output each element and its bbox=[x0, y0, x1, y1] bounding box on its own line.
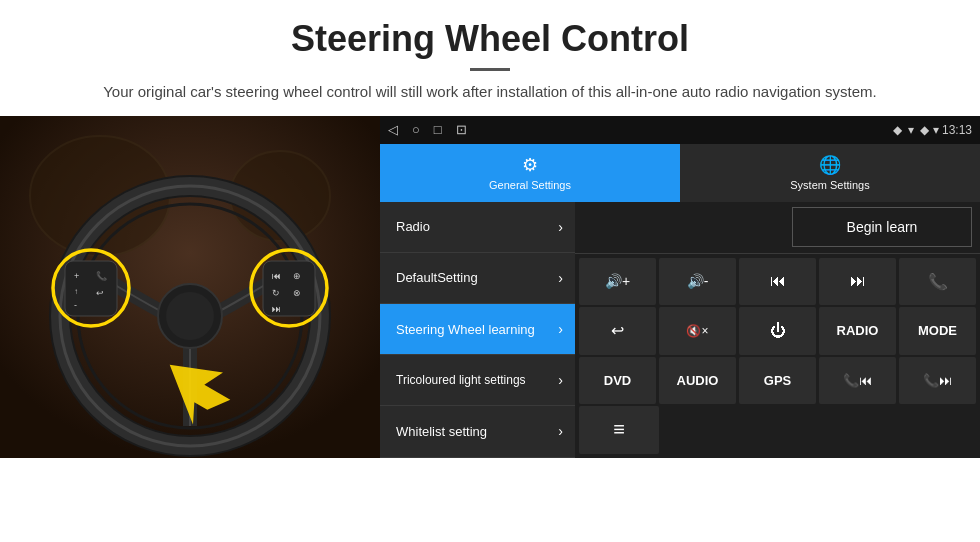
general-settings-icon: ⚙ bbox=[522, 154, 538, 176]
radio-text: RADIO bbox=[837, 323, 879, 338]
next-track-icon: ⏭ bbox=[850, 272, 866, 290]
header-section: Steering Wheel Control Your original car… bbox=[0, 0, 980, 116]
svg-text:-: - bbox=[74, 300, 77, 310]
back-nav-icon[interactable]: ◁ bbox=[388, 122, 398, 137]
menu-whitelist-label: Whitelist setting bbox=[396, 424, 487, 439]
screenshot-nav-icon[interactable]: ⊡ bbox=[456, 122, 467, 137]
menu-steering-arrow: › bbox=[558, 321, 563, 337]
menu-tricoloured-label: Tricoloured light settings bbox=[396, 373, 526, 387]
controls-row-3: DVD AUDIO GPS 📞⏮ 📞⏭ bbox=[579, 357, 976, 405]
mute-icon: 🔇× bbox=[686, 324, 708, 338]
radio-button[interactable]: RADIO bbox=[819, 307, 896, 355]
volume-down-icon: 🔊- bbox=[687, 273, 709, 289]
menu-item-default[interactable]: DefaultSetting › bbox=[380, 253, 575, 304]
android-panel: ◁ ○ □ ⊡ ◆ ▾ ◆ ▾ 13:13 ⚙ General Settings… bbox=[380, 116, 980, 458]
menu-default-label: DefaultSetting bbox=[396, 270, 478, 285]
tab-system-label: System Settings bbox=[790, 179, 869, 191]
audio-text: AUDIO bbox=[677, 373, 719, 388]
call-next-button[interactable]: 📞⏭ bbox=[899, 357, 976, 405]
menu-radio-arrow: › bbox=[558, 219, 563, 235]
begin-learn-button[interactable]: Begin learn bbox=[792, 207, 972, 247]
tab-bar: ⚙ General Settings 🌐 System Settings bbox=[380, 144, 980, 202]
power-button[interactable]: ⏻ bbox=[739, 307, 816, 355]
gps-text: GPS bbox=[764, 373, 791, 388]
svg-text:⏮: ⏮ bbox=[272, 271, 281, 281]
svg-text:↻: ↻ bbox=[272, 288, 280, 298]
mode-text: MODE bbox=[918, 323, 957, 338]
menu-default-arrow: › bbox=[558, 270, 563, 286]
system-settings-icon: 🌐 bbox=[819, 154, 841, 176]
gps-button[interactable]: GPS bbox=[739, 357, 816, 405]
call-prev-button[interactable]: 📞⏮ bbox=[819, 357, 896, 405]
menu-item-tricoloured[interactable]: Tricoloured light settings › bbox=[380, 355, 575, 406]
svg-rect-15 bbox=[263, 261, 315, 316]
prev-track-icon: ⏮ bbox=[770, 272, 786, 290]
power-icon: ⏻ bbox=[770, 322, 786, 340]
svg-point-8 bbox=[166, 292, 214, 340]
svg-text:↩: ↩ bbox=[96, 288, 104, 298]
call-next-icon: 📞⏭ bbox=[923, 373, 952, 388]
page-title: Steering Wheel Control bbox=[60, 18, 920, 60]
status-bar: ◁ ○ □ ⊡ ◆ ▾ ◆ ▾ 13:13 bbox=[380, 116, 980, 144]
menu-item-steering[interactable]: Steering Wheel learning › bbox=[380, 304, 575, 355]
recent-nav-icon[interactable]: □ bbox=[434, 122, 442, 137]
time-display: ◆ ▾ 13:13 bbox=[920, 123, 972, 137]
controls-top-row: Begin learn bbox=[575, 202, 980, 254]
svg-text:⏭: ⏭ bbox=[272, 304, 281, 314]
next-track-button[interactable]: ⏭ bbox=[819, 258, 896, 306]
wifi-icon: ▾ bbox=[908, 123, 914, 137]
controls-row-2: ↩ 🔇× ⏻ RADIO MODE bbox=[579, 307, 976, 355]
svg-text:⊕: ⊕ bbox=[293, 271, 301, 281]
prev-track-button[interactable]: ⏮ bbox=[739, 258, 816, 306]
tab-general-label: General Settings bbox=[489, 179, 571, 191]
controls-row-1: 🔊+ 🔊- ⏮ ⏭ 📞 bbox=[579, 258, 976, 306]
controls-panel: Begin learn 🔊+ 🔊- ⏮ bbox=[575, 202, 980, 458]
hang-up-icon: ↩ bbox=[611, 321, 624, 340]
steering-wheel-image: + ↑ - 📞 ↩ ⏮ ⊕ ↻ ⊗ ⏭ bbox=[0, 116, 380, 458]
menu-tricoloured-arrow: › bbox=[558, 372, 563, 388]
tab-system-settings[interactable]: 🌐 System Settings bbox=[680, 144, 980, 202]
signal-icon: ◆ bbox=[893, 123, 902, 137]
svg-text:↑: ↑ bbox=[74, 287, 78, 296]
title-divider bbox=[470, 68, 510, 71]
volume-up-icon: 🔊+ bbox=[605, 273, 630, 289]
svg-rect-9 bbox=[65, 261, 117, 316]
menu-steering-label: Steering Wheel learning bbox=[396, 322, 535, 337]
svg-text:⊗: ⊗ bbox=[293, 288, 301, 298]
volume-up-button[interactable]: 🔊+ bbox=[579, 258, 656, 306]
main-content: Radio › DefaultSetting › Steering Wheel … bbox=[380, 202, 980, 458]
svg-text:📞: 📞 bbox=[96, 270, 108, 282]
subtitle-text: Your original car's steering wheel contr… bbox=[60, 81, 920, 104]
menu-item-radio[interactable]: Radio › bbox=[380, 202, 575, 253]
controls-grid: 🔊+ 🔊- ⏮ ⏭ 📞 bbox=[575, 254, 980, 458]
dvd-button[interactable]: DVD bbox=[579, 357, 656, 405]
home-nav-icon[interactable]: ○ bbox=[412, 122, 420, 137]
dvd-text: DVD bbox=[604, 373, 631, 388]
content-row: + ↑ - 📞 ↩ ⏮ ⊕ ↻ ⊗ ⏭ bbox=[0, 116, 980, 458]
menu-icon: ≡ bbox=[613, 418, 625, 441]
menu-item-whitelist[interactable]: Whitelist setting › bbox=[380, 406, 575, 457]
menu-whitelist-arrow: › bbox=[558, 423, 563, 439]
status-bar-nav-icons: ◁ ○ □ ⊡ bbox=[388, 122, 467, 137]
hang-up-button[interactable]: ↩ bbox=[579, 307, 656, 355]
call-prev-icon: 📞⏮ bbox=[843, 373, 872, 388]
menu-button[interactable]: ≡ bbox=[579, 406, 659, 454]
controls-row-4: ≡ bbox=[579, 406, 976, 454]
menu-list: Radio › DefaultSetting › Steering Wheel … bbox=[380, 202, 575, 458]
tab-general-settings[interactable]: ⚙ General Settings bbox=[380, 144, 680, 202]
call-button[interactable]: 📞 bbox=[899, 258, 976, 306]
svg-text:+: + bbox=[74, 271, 79, 281]
status-bar-right: ◆ ▾ ◆ ▾ 13:13 bbox=[893, 123, 972, 137]
call-icon: 📞 bbox=[928, 272, 948, 291]
audio-button[interactable]: AUDIO bbox=[659, 357, 736, 405]
menu-radio-label: Radio bbox=[396, 219, 430, 234]
mode-button[interactable]: MODE bbox=[899, 307, 976, 355]
volume-down-button[interactable]: 🔊- bbox=[659, 258, 736, 306]
mute-button[interactable]: 🔇× bbox=[659, 307, 736, 355]
